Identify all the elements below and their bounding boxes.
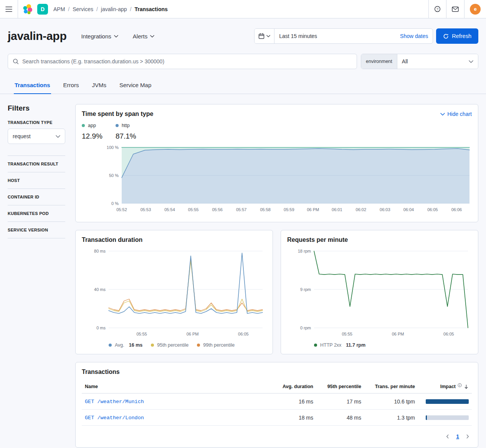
transaction-duration-panel: Transaction duration 0 ms40 ms80 ms05:55… (75, 230, 273, 354)
panel-title: Transactions (82, 369, 472, 375)
transaction-duration-chart[interactable]: 0 ms40 ms80 ms05:5506 PM06:05 (82, 247, 266, 340)
legend-label: 99th percentile (203, 342, 235, 348)
menu-button[interactable] (0, 0, 18, 18)
svg-text:100 %: 100 % (107, 145, 119, 150)
legend-dot-http (116, 124, 119, 127)
transaction-type-select[interactable]: request (8, 129, 65, 144)
content: Filters TRANSACTION TYPE request TRANSAC… (0, 94, 486, 448)
table-row: GET /weather/London 18 ms 48 ms 1.3 tpm (82, 410, 472, 426)
panel-title: Time spent by span type (82, 111, 153, 117)
main-column: Time spent by span type Hide chart app 1… (75, 104, 478, 448)
column-header-trans-per-minute[interactable]: Trans. per minute (364, 380, 418, 393)
help-icon: ? (434, 6, 441, 12)
filter-section-service-version[interactable]: SERVICE VERSION (8, 222, 65, 238)
transactions-table-panel: Transactions Name Avg. duration 95th per… (75, 362, 478, 448)
svg-text:05:56: 05:56 (212, 207, 223, 212)
column-header-name[interactable]: Name (82, 380, 274, 393)
legend-item-p95[interactable]: 95th percentile (151, 342, 188, 348)
chevron-down-icon (150, 35, 154, 38)
environment-filter: environment All (361, 54, 478, 69)
svg-text:05:52: 05:52 (116, 207, 127, 212)
breadcrumb-service[interactable]: javalin-app (101, 6, 127, 12)
tab-service-map[interactable]: Service Map (119, 77, 152, 94)
space-badge[interactable]: D (37, 4, 48, 15)
date-picker: Last 15 minutes Show dates (254, 28, 433, 44)
svg-text:05:54: 05:54 (164, 207, 175, 212)
svg-text:06:05: 06:05 (443, 332, 454, 336)
filter-section-host[interactable]: HOST (8, 172, 65, 189)
charts-row: Transaction duration 0 ms40 ms80 ms05:55… (75, 230, 478, 354)
tab-errors[interactable]: Errors (63, 77, 80, 94)
previous-page-button[interactable] (443, 432, 452, 441)
tab-transactions[interactable]: Transactions (14, 77, 51, 94)
service-tabs: Transactions Errors JVMs Service Map (0, 77, 486, 94)
newsfeed-button[interactable] (446, 0, 464, 18)
user-avatar[interactable]: e (470, 4, 481, 15)
date-picker-calendar-button[interactable] (255, 29, 274, 43)
svg-text:05:57: 05:57 (236, 207, 247, 212)
time-range-value[interactable]: Last 15 minutes (274, 33, 395, 39)
page-1-button[interactable]: 1 (453, 432, 463, 441)
span-type-chart[interactable]: 0 %50 %100 %05:5205:5305:5405:5505:5605:… (82, 144, 472, 216)
elastic-logo[interactable] (18, 4, 37, 14)
legend-item-http[interactable]: http (116, 123, 136, 128)
legend-item-app[interactable]: app (82, 123, 102, 128)
svg-text:9 rpm: 9 rpm (300, 287, 311, 292)
http-percentage: 87.1% (116, 132, 136, 141)
requests-per-minute-panel: Requests per minute 0 rpm9 rpm18 rpm05:5… (281, 230, 478, 354)
legend-label: 95th percentile (157, 342, 188, 348)
refresh-label: Refresh (452, 33, 471, 39)
hide-chart-button[interactable]: Hide chart (440, 111, 472, 117)
filter-section-kubernetes-pod[interactable]: KUBERNETES POD (8, 205, 65, 222)
impact-bar-track (426, 399, 469, 404)
transaction-type-value: request (13, 133, 31, 139)
column-header-impact[interactable]: Impact (418, 380, 472, 393)
svg-text:80 ms: 80 ms (94, 249, 106, 253)
svg-text:06:05: 06:05 (238, 332, 249, 336)
panel-title: Requests per minute (287, 236, 472, 243)
show-dates-button[interactable]: Show dates (395, 33, 433, 39)
table-row: GET /weather/Munich 16 ms 17 ms 10.6 tpm (82, 393, 472, 410)
next-page-button[interactable] (463, 432, 472, 441)
tab-jvms[interactable]: JVMs (91, 77, 107, 94)
app-percentage: 12.9% (82, 132, 102, 141)
breadcrumb-apm[interactable]: APM (53, 6, 65, 12)
p95-cell: 48 ms (316, 410, 364, 426)
search-input[interactable] (22, 58, 352, 64)
environment-select[interactable]: All (397, 54, 478, 69)
mail-icon (452, 7, 459, 12)
legend-item-http-2xx[interactable]: HTTP 2xx 11.7 rpm (314, 342, 365, 348)
service-title-row: javalin-app Integrations Alerts Last 15 … (8, 28, 478, 44)
column-header-avg-duration[interactable]: Avg. duration (274, 380, 316, 393)
svg-text:05:55: 05:55 (136, 332, 147, 336)
span-type-panel-header: Time spent by span type Hide chart (82, 111, 472, 117)
svg-text:06:03: 06:03 (380, 207, 390, 212)
transaction-link[interactable]: GET /weather/London (85, 415, 144, 421)
refresh-button[interactable]: Refresh (436, 28, 478, 44)
breadcrumb-separator: / (96, 6, 98, 12)
filter-section-transaction-result[interactable]: TRANSACTION RESULT (8, 156, 65, 172)
column-header-95th-percentile[interactable]: 95th percentile (316, 380, 364, 393)
alerts-button[interactable]: Alerts (133, 33, 154, 40)
transaction-link[interactable]: GET /weather/Munich (85, 399, 144, 405)
svg-text:06:04: 06:04 (403, 207, 414, 212)
legend-label: HTTP 2xx (320, 342, 341, 348)
avg-duration-cell: 18 ms (274, 410, 316, 426)
legend-label: app (88, 123, 96, 128)
requests-per-minute-chart[interactable]: 0 rpm9 rpm18 rpm05:5506 PM06:05 (287, 247, 472, 340)
integrations-button[interactable]: Integrations (81, 33, 118, 40)
legend-item-avg[interactable]: Avg. 16 ms (109, 342, 142, 348)
sort-descending-icon (464, 384, 469, 389)
span-type-panel: Time spent by span type Hide chart app 1… (75, 104, 478, 222)
breadcrumb-services[interactable]: Services (73, 6, 93, 12)
chevron-left-icon (445, 434, 450, 439)
legend-item-p99[interactable]: 99th percentile (197, 342, 235, 348)
panel-title: Transaction duration (82, 236, 266, 243)
filter-section-container-id[interactable]: CONTAINER ID (8, 189, 65, 205)
help-button[interactable]: ? (429, 0, 446, 18)
search-row: environment All (8, 54, 478, 69)
svg-text:0 %: 0 % (111, 201, 119, 206)
tpm-cell: 1.3 tpm (364, 410, 418, 426)
apm-transactions-page: D APM / Services / javalin-app / Transac… (0, 0, 486, 448)
impact-bar-fill (426, 415, 427, 420)
